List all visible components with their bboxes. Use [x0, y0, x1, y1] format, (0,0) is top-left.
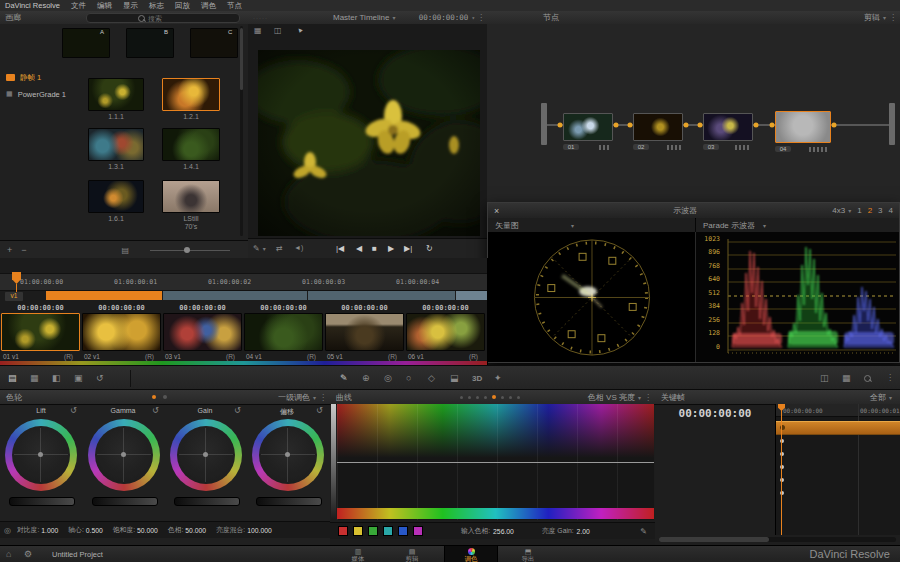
still-thumb-3[interactable] [88, 128, 144, 161]
album-stills[interactable]: 静帧 1 [0, 70, 86, 85]
blur-icon[interactable]: ⬓ [450, 373, 459, 383]
swatch-blue[interactable] [398, 526, 408, 536]
project-settings-icon[interactable]: ⚙ [24, 549, 32, 559]
grab-still-icon[interactable]: ✎▾ [253, 244, 266, 253]
reset-icon[interactable]: ↺ [70, 406, 77, 415]
kf-timeline[interactable]: 00:00:00:00 00:00:00:01 [775, 404, 900, 535]
close-icon[interactable]: × [494, 206, 499, 216]
track-clip[interactable] [308, 291, 455, 300]
stills-icon[interactable]: ▣ [74, 373, 83, 383]
album-powergrade[interactable]: ▦ PowerGrade 1 [0, 87, 86, 101]
gamma-wheel[interactable] [88, 419, 160, 491]
3d-tool-icon[interactable]: 3D [472, 374, 482, 383]
curve-dot[interactable] [517, 396, 520, 399]
page-dot-active[interactable] [152, 395, 156, 399]
reset-icon[interactable]: ↺ [316, 406, 323, 415]
nodes-menu-icon[interactable]: ⋮ [889, 13, 897, 22]
page-tab-media[interactable]: ▥ 媒体 [336, 546, 380, 562]
curve-line[interactable] [337, 462, 654, 463]
project-name[interactable]: Untitled Project [52, 550, 103, 559]
still-thumb-6[interactable] [162, 180, 220, 213]
reset-all-icon[interactable]: ◎ [4, 526, 11, 535]
reset-icon[interactable]: ↺ [152, 406, 159, 415]
kf-scrollbar[interactable] [659, 537, 896, 542]
curve-mode-selector[interactable]: 色相 VS 亮度 ▾ [588, 392, 641, 403]
panel-layout-icon[interactable]: ◫ [820, 373, 829, 383]
still-thumb-4[interactable] [162, 128, 220, 161]
home-icon[interactable]: ⌂ [6, 549, 11, 559]
audio-icon[interactable]: ◄) [294, 244, 303, 251]
param-value[interactable]: 50.000 [185, 527, 206, 534]
reset-icon[interactable]: ↺ [234, 406, 241, 415]
scopes-page-3[interactable]: 3 [878, 206, 882, 215]
menu-file[interactable]: 文件 [71, 1, 86, 11]
node-01[interactable] [563, 113, 613, 141]
timeline-clip-6[interactable] [406, 313, 485, 351]
menu-color[interactable]: 调色 [201, 1, 216, 11]
scopes-page-1[interactable]: 1 [857, 206, 861, 215]
page-tab-edit[interactable]: ▤ 剪辑 [390, 546, 434, 562]
menu-playback[interactable]: 回放 [175, 1, 190, 11]
curve-dot[interactable] [468, 396, 471, 399]
nodes-mode-selector[interactable]: 剪辑 ▾ [864, 12, 886, 23]
lum-gain-value[interactable]: 2.00 [577, 528, 590, 535]
still-thumb-5[interactable] [88, 180, 144, 213]
viewer-grid-icon[interactable]: ▦ [254, 26, 262, 35]
still-thumb-1[interactable] [88, 78, 144, 111]
timeline-selector[interactable]: Master Timeline ▾ [333, 13, 395, 22]
swatch-cyan[interactable] [383, 526, 393, 536]
curve-dot[interactable] [476, 396, 479, 399]
offset-master-slider[interactable] [256, 497, 322, 506]
timeline-clip-1-selected[interactable] [1, 313, 80, 351]
timeline-clip-5[interactable] [325, 313, 404, 351]
node-03[interactable] [703, 113, 753, 141]
play-button[interactable]: ▶ [388, 244, 394, 253]
kf-playhead[interactable] [781, 404, 782, 535]
track-clip[interactable] [163, 291, 307, 300]
gain-wheel[interactable] [170, 419, 242, 491]
timeline-clip-4[interactable] [244, 313, 323, 351]
scopes-page-2-active[interactable]: 2 [868, 206, 872, 215]
scopes-titlebar[interactable]: × 示波器 4x3▾ 1 2 3 4 [488, 203, 899, 219]
loop-button[interactable]: ↻ [426, 244, 433, 253]
menu-view[interactable]: 显示 [123, 1, 138, 11]
gain-master-slider[interactable] [174, 497, 240, 506]
zoom-tool-icon[interactable] [864, 375, 871, 382]
offset-wheel[interactable] [252, 419, 324, 491]
curve-dot[interactable] [509, 396, 512, 399]
menu-mark[interactable]: 标志 [149, 1, 164, 11]
eyedropper-icon[interactable]: ✎ [640, 527, 647, 536]
menu-app[interactable]: DaVinci Resolve [5, 1, 60, 10]
param-value[interactable]: 100.000 [247, 527, 272, 534]
scope-left-header[interactable]: 矢量图 ▾ [488, 218, 695, 233]
swatch-red[interactable] [338, 526, 348, 536]
page-tab-color-active[interactable]: 调色 [444, 546, 498, 562]
gallery-scrollbar[interactable] [240, 26, 243, 236]
lift-master-slider[interactable] [9, 497, 75, 506]
timeline-view-icon[interactable]: ▤ [8, 373, 17, 383]
add-still-button[interactable]: + [7, 245, 12, 255]
param-value[interactable]: 1.000 [41, 527, 58, 534]
split-screen-icon[interactable]: ◧ [52, 373, 61, 383]
scopes-aspect-selector[interactable]: 4x3▾ [832, 206, 851, 215]
stop-button[interactable]: ■ [372, 244, 377, 253]
curve-dot[interactable] [460, 396, 463, 399]
gamma-master-slider[interactable] [92, 497, 158, 506]
scope-right-header[interactable]: Parade 示波器 ▾ [696, 218, 899, 233]
menu-nodes[interactable]: 节点 [227, 1, 242, 11]
sparkle-tool-icon[interactable]: ✦ [494, 373, 502, 383]
timeline-clip-2[interactable] [82, 313, 161, 351]
clips-view-icon[interactable]: ▦ [30, 373, 39, 383]
scopes-page-4[interactable]: 4 [889, 206, 893, 215]
input-hue-value[interactable]: 256.00 [493, 528, 514, 535]
kf-master-track[interactable] [776, 421, 900, 435]
page-tab-deliver[interactable]: ⬒ 导出 [506, 546, 550, 562]
keyframes-scope-selector[interactable]: 全部 ▾ [870, 392, 892, 403]
track-clip-selected[interactable] [46, 291, 162, 300]
wheels-preset-selector[interactable]: 一级调色 ▾ [278, 392, 316, 403]
param-value[interactable]: 0.500 [86, 527, 103, 534]
node-02[interactable] [633, 113, 683, 141]
wheels-menu-icon[interactable]: ⋮ [319, 393, 327, 402]
page-dot[interactable] [163, 395, 167, 399]
filmstrip-icon[interactable]: ▤ [122, 246, 130, 255]
